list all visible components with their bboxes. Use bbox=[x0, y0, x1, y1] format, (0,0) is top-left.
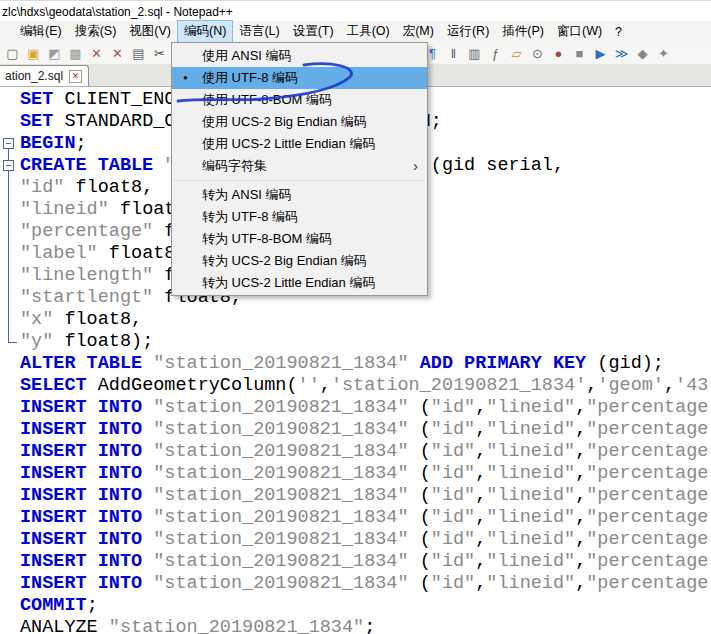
menubar-item-settings[interactable]: 设置(T) bbox=[287, 21, 340, 42]
encoding-menu-item-0[interactable]: 使用 ANSI 编码 bbox=[172, 45, 427, 67]
record-macro-icon[interactable]: ● bbox=[550, 45, 567, 62]
open-folder-icon[interactable]: ▣ bbox=[25, 45, 42, 62]
encoding-menu-item-8[interactable]: 转为 UTF-8 编码 bbox=[172, 206, 427, 228]
code-token: "lineid" bbox=[486, 507, 575, 528]
encoding-menu-item-2[interactable]: 使用 UTF-8-BOM 编码 bbox=[172, 89, 427, 111]
code-token: , bbox=[575, 507, 586, 528]
code-token: ( bbox=[409, 441, 431, 462]
menubar-item-run[interactable]: 运行(R) bbox=[441, 21, 495, 42]
code-token: "station_20190821_1834" bbox=[153, 573, 408, 594]
code-line-20[interactable]: INSERT INTO "station_20190821_1834" ("id… bbox=[20, 507, 711, 529]
code-token: SET bbox=[20, 111, 53, 132]
code-token: "y" bbox=[20, 331, 53, 352]
menubar-item-tools[interactable]: 工具(O) bbox=[341, 21, 396, 42]
code-token: , bbox=[586, 375, 597, 396]
new-file-icon[interactable]: ▢ bbox=[4, 45, 21, 62]
code-token: INSERT INTO bbox=[20, 573, 142, 594]
code-token: "id" bbox=[431, 419, 475, 440]
code-token: "station_20190821_1834" bbox=[153, 441, 408, 462]
code-token: "id" bbox=[431, 463, 475, 484]
code-token: , bbox=[475, 573, 486, 594]
save-file-icon[interactable]: ◩ bbox=[46, 45, 63, 62]
doc-map-icon[interactable]: ▥ bbox=[466, 45, 483, 62]
code-token: AddGeometryColumn( bbox=[87, 375, 298, 396]
code-token: INSERT INTO bbox=[20, 441, 142, 462]
close-all-icon[interactable]: ✕ bbox=[109, 45, 126, 62]
code-token: , bbox=[475, 441, 486, 462]
code-token: INSERT INTO bbox=[20, 507, 142, 528]
code-token: INSERT INTO bbox=[20, 397, 142, 418]
code-line-23[interactable]: INSERT INTO "station_20190821_1834" ("id… bbox=[20, 573, 711, 595]
indent-guide-icon[interactable]: ‖ bbox=[445, 45, 462, 62]
tab-station2-sql[interactable]: ation_2.sql ✕ bbox=[0, 65, 89, 86]
encoding-menu-item-9[interactable]: 转为 UTF-8-BOM 编码 bbox=[172, 228, 427, 250]
code-line-16[interactable]: INSERT INTO "station_20190821_1834" ("id… bbox=[20, 419, 711, 441]
menubar-item-macro[interactable]: 宏(M) bbox=[397, 21, 440, 42]
menubar-item-window[interactable]: 窗口(W) bbox=[551, 21, 608, 42]
code-token: (gid serial, bbox=[420, 155, 564, 176]
menubar-item-language[interactable]: 语言(L) bbox=[233, 21, 285, 42]
code-token: SELECT bbox=[20, 375, 87, 396]
code-token: "percentage bbox=[586, 441, 708, 462]
play-macro-icon[interactable]: ▶ bbox=[592, 45, 609, 62]
fold-guide-corner bbox=[8, 342, 17, 343]
function-list-icon[interactable]: ƒ bbox=[487, 45, 504, 62]
menubar-item-encoding[interactable]: 编码(N) bbox=[178, 21, 232, 42]
code-line-18[interactable]: INSERT INTO "station_20190821_1834" ("id… bbox=[20, 463, 711, 485]
shortcut-mapper-icon[interactable]: ✦ bbox=[655, 45, 672, 62]
code-token: "id" bbox=[431, 573, 475, 594]
code-line-14[interactable]: SELECT AddGeometryColumn('','station_201… bbox=[20, 375, 711, 397]
run-macro-multiple-icon[interactable]: ≫ bbox=[613, 45, 630, 62]
code-line-17[interactable]: INSERT INTO "station_20190821_1834" ("id… bbox=[20, 441, 711, 463]
cut-icon[interactable]: ✂ bbox=[151, 45, 168, 62]
code-line-11[interactable]: "x" float8, bbox=[20, 309, 711, 331]
code-line-13[interactable]: ALTER TABLE "station_20190821_1834" ADD … bbox=[20, 353, 711, 375]
code-token: ( bbox=[409, 573, 431, 594]
selected-bullet-icon: ● bbox=[183, 67, 188, 89]
encoding-menu-item-7[interactable]: 转为 ANSI 编码 bbox=[172, 184, 427, 206]
code-token bbox=[142, 419, 153, 440]
menubar-item-search[interactable]: 搜索(S) bbox=[69, 21, 123, 42]
code-token: ( bbox=[409, 397, 431, 418]
code-token: float8, bbox=[53, 309, 142, 330]
monitor-icon[interactable]: ⊙ bbox=[529, 45, 546, 62]
menubar-item-view[interactable]: 视图(V) bbox=[123, 21, 177, 42]
encoding-menu-item-10[interactable]: 转为 UCS-2 Big Endian 编码 bbox=[172, 250, 427, 272]
menubar-item-edit[interactable]: 编辑(E) bbox=[14, 21, 68, 42]
notepadpp-window: zlc\hdxs\geodata\station_2.sql - Notepad… bbox=[0, 0, 711, 634]
encoding-menu-item-3[interactable]: 使用 UCS-2 Big Endian 编码 bbox=[172, 111, 427, 133]
code-token bbox=[142, 441, 153, 462]
menubar-item-help[interactable]: ? bbox=[609, 23, 628, 41]
code-line-24[interactable]: COMMIT; bbox=[20, 595, 711, 617]
tab-close-icon[interactable]: ✕ bbox=[69, 70, 82, 83]
code-line-15[interactable]: INSERT INTO "station_20190821_1834" ("id… bbox=[20, 397, 711, 419]
save-all-icon[interactable]: ▩ bbox=[67, 45, 84, 62]
code-token: COMMIT bbox=[20, 595, 87, 616]
code-line-25[interactable]: ANALYZE "station_20190821_1834"; bbox=[20, 617, 711, 634]
encoding-menu-item-4[interactable]: 使用 UCS-2 Little Endian 编码 bbox=[172, 133, 427, 155]
encoding-menu-item-1[interactable]: ●使用 UTF-8 编码 bbox=[172, 67, 427, 89]
code-token: "percentage bbox=[586, 529, 708, 550]
code-token: "station_20190821_1834" bbox=[153, 485, 408, 506]
code-line-12[interactable]: "y" float8); bbox=[20, 331, 711, 353]
code-token: ; bbox=[364, 617, 375, 634]
stop-macro-icon[interactable]: ■ bbox=[571, 45, 588, 62]
code-token: "station_20190821_1834" bbox=[153, 463, 408, 484]
code-line-22[interactable]: INSERT INTO "station_20190821_1834" ("id… bbox=[20, 551, 711, 573]
submenu-arrow-icon: › bbox=[413, 155, 418, 177]
encoding-menu-item-11[interactable]: 转为 UCS-2 Little Endian 编码 bbox=[172, 272, 427, 294]
code-token: ( bbox=[409, 419, 431, 440]
code-line-19[interactable]: INSERT INTO "station_20190821_1834" ("id… bbox=[20, 485, 711, 507]
menu-item-label: 使用 UTF-8-BOM 编码 bbox=[202, 92, 332, 107]
menu-item-label: 转为 UCS-2 Big Endian 编码 bbox=[202, 253, 367, 268]
code-line-21[interactable]: INSERT INTO "station_20190821_1834" ("id… bbox=[20, 529, 711, 551]
fold-collapse-begin-icon[interactable] bbox=[3, 138, 14, 149]
save-macro-icon[interactable]: ◆ bbox=[634, 45, 651, 62]
menubar-item-plugins[interactable]: 插件(P) bbox=[496, 21, 550, 42]
encoding-menu-item-5[interactable]: 编码字符集› bbox=[172, 155, 427, 177]
print-icon[interactable]: ▤ bbox=[130, 45, 147, 62]
fold-collapse-create-table-icon[interactable] bbox=[3, 160, 14, 171]
menu-item-label: 使用 ANSI 编码 bbox=[202, 48, 292, 63]
close-file-icon[interactable]: ✕ bbox=[88, 45, 105, 62]
folder-workspace-icon[interactable]: ▱ bbox=[508, 45, 525, 62]
